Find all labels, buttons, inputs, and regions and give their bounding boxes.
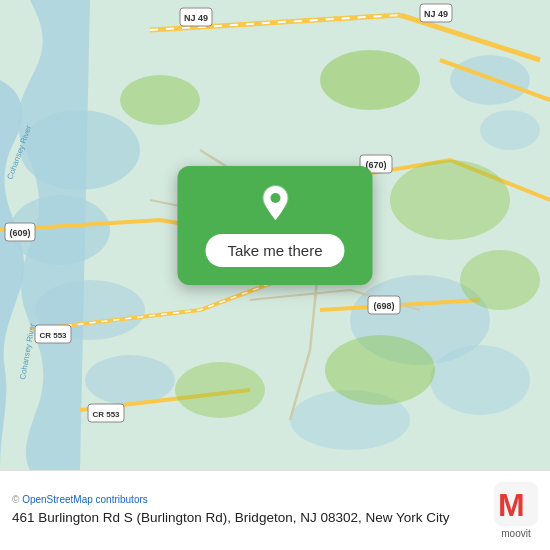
svg-point-34 <box>270 193 280 203</box>
svg-point-14 <box>325 335 435 405</box>
moovit-logo: M moovit <box>494 482 538 539</box>
svg-point-7 <box>430 345 530 415</box>
svg-point-13 <box>460 250 540 310</box>
svg-point-10 <box>480 110 540 150</box>
svg-point-5 <box>85 355 175 405</box>
svg-text:CR 553: CR 553 <box>92 410 120 419</box>
moovit-label: moovit <box>501 528 530 539</box>
svg-text:NJ 49: NJ 49 <box>424 9 448 19</box>
svg-point-16 <box>175 362 265 418</box>
svg-text:(609): (609) <box>9 228 30 238</box>
svg-point-11 <box>320 50 420 110</box>
svg-point-15 <box>120 75 200 125</box>
svg-text:M: M <box>498 487 525 523</box>
footer-text: © OpenStreetMap contributors 461 Burling… <box>12 494 480 528</box>
osm-link[interactable]: OpenStreetMap contributors <box>22 494 148 505</box>
address-text: 461 Burlington Rd S (Burlington Rd), Bri… <box>12 509 480 528</box>
take-me-there-button[interactable]: Take me there <box>205 234 344 267</box>
map-container: NJ 49 NJ 49 CR 553 CR 553 (609) (670) (6… <box>0 0 550 470</box>
svg-point-12 <box>390 160 510 240</box>
moovit-icon: M <box>494 482 538 526</box>
svg-text:NJ 49: NJ 49 <box>184 13 208 23</box>
footer: © OpenStreetMap contributors 461 Burling… <box>0 470 550 550</box>
svg-point-2 <box>20 110 140 190</box>
svg-text:(698): (698) <box>373 301 394 311</box>
popup-card: Take me there <box>177 166 372 285</box>
svg-text:CR 553: CR 553 <box>39 331 67 340</box>
osm-copyright: © <box>12 494 22 505</box>
osm-attribution: © OpenStreetMap contributors <box>12 494 480 505</box>
location-pin-icon <box>255 184 295 224</box>
